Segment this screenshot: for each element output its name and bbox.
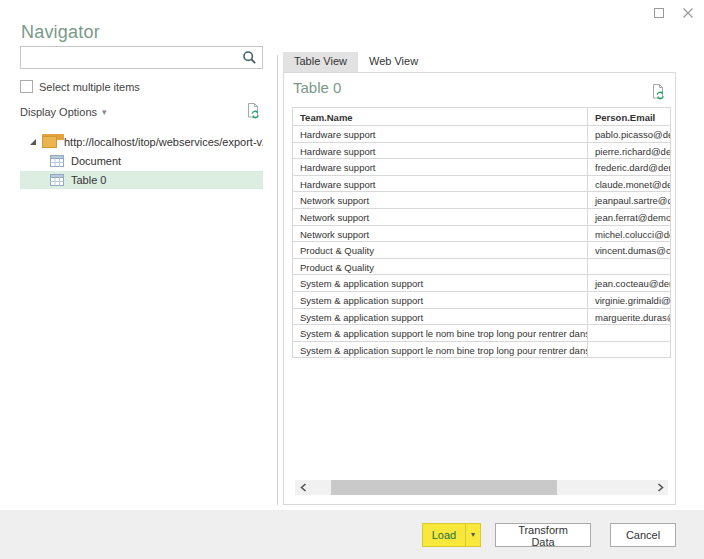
refresh-icon[interactable] xyxy=(245,102,261,123)
search-icon[interactable] xyxy=(242,50,257,65)
preview-panel: Table 0 Team.Name Person.Email Hardware … xyxy=(283,72,676,505)
display-options-row: Display Options ▾ xyxy=(20,103,263,121)
scrollbar-thumb[interactable] xyxy=(331,480,556,495)
cell-person-email xyxy=(588,259,670,275)
preview-table-title: Table 0 xyxy=(293,79,341,96)
cell-person-email xyxy=(588,325,670,341)
cell-team-name: System & application support xyxy=(293,292,588,308)
cell-team-name: Product & Quality xyxy=(293,242,588,258)
search-input[interactable] xyxy=(21,47,262,68)
chevron-down-icon: ▾ xyxy=(102,107,107,117)
load-split-button: Load ▾ xyxy=(422,523,481,547)
scroll-left-icon[interactable] xyxy=(295,480,311,495)
cancel-button[interactable]: Cancel xyxy=(610,523,676,547)
folder-icon xyxy=(42,136,57,148)
load-dropdown-arrow[interactable]: ▾ xyxy=(466,523,481,547)
table-row: Hardware supportclaude.monet@demo xyxy=(292,176,671,193)
page-title: Navigator xyxy=(21,22,100,43)
source-url-label: http://localhost/itop/webservices/export… xyxy=(64,136,263,148)
navigator-dialog: Navigator Select multiple items Display … xyxy=(0,0,704,559)
cell-person-email: vincent.dumas@com xyxy=(588,242,670,258)
table-header-row: Team.Name Person.Email xyxy=(292,107,671,126)
source-tree: http://localhost/itop/webservices/export… xyxy=(20,133,263,189)
column-header-team-name: Team.Name xyxy=(293,108,588,125)
select-multiple-row[interactable]: Select multiple items xyxy=(20,79,263,94)
cell-team-name: System & application support le nom bine… xyxy=(293,325,588,341)
select-multiple-checkbox[interactable] xyxy=(20,80,33,93)
cell-team-name: Network support xyxy=(293,192,588,208)
table-row: System & application supportvirginie.gri… xyxy=(292,292,671,309)
cell-person-email: pablo.picasso@demo xyxy=(588,126,670,142)
table-row: Hardware supportpablo.picasso@demo xyxy=(292,126,671,143)
cell-person-email: marguerite.duras@d xyxy=(588,309,670,325)
tree-expander-icon[interactable] xyxy=(29,138,37,146)
table-row: System & application supportmarguerite.d… xyxy=(292,309,671,326)
table-icon xyxy=(50,155,64,167)
cell-team-name: Network support xyxy=(293,209,588,225)
cell-person-email: jean.cocteau@demo. xyxy=(588,275,670,291)
table-row: Product & Quality xyxy=(292,259,671,276)
display-options-dropdown[interactable]: Display Options xyxy=(20,106,97,118)
tree-root-source[interactable]: http://localhost/itop/webservices/export… xyxy=(20,133,263,151)
cell-person-email: jeanpaul.sartre@dem xyxy=(588,192,670,208)
horizontal-scrollbar[interactable] xyxy=(295,480,668,495)
cell-team-name: Hardware support xyxy=(293,143,588,159)
cell-team-name: System & application support le nom bine… xyxy=(293,342,588,358)
cell-person-email: virginie.grimaldi@de xyxy=(588,292,670,308)
maximize-icon xyxy=(654,8,664,18)
cell-team-name: Network support xyxy=(293,226,588,242)
navigator-left-pane: Select multiple items Display Options ▾ xyxy=(20,46,263,189)
table-row: System & application support le nom bine… xyxy=(292,325,671,342)
tab-web-view[interactable]: Web View xyxy=(358,52,429,72)
window-controls xyxy=(652,6,694,19)
dialog-footer: Load ▾ Transform Data Cancel xyxy=(0,510,704,559)
cell-person-email xyxy=(588,342,670,358)
column-header-person-email: Person.Email xyxy=(588,108,670,125)
cell-person-email: michel.colucci@demo xyxy=(588,226,670,242)
preview-table: Team.Name Person.Email Hardware supportp… xyxy=(292,107,671,358)
refresh-preview-icon[interactable] xyxy=(650,83,666,104)
cell-team-name: Hardware support xyxy=(293,176,588,192)
cell-team-name: Product & Quality xyxy=(293,259,588,275)
load-button[interactable]: Load xyxy=(422,523,466,547)
table-row: Network supportjean.ferrat@demo.co xyxy=(292,209,671,226)
maximize-button[interactable] xyxy=(652,6,665,19)
tree-item-label: Table 0 xyxy=(71,174,106,186)
tree-item-label: Document xyxy=(71,155,121,167)
select-multiple-label: Select multiple items xyxy=(39,81,140,93)
table-row: System & application support le nom bine… xyxy=(292,342,671,359)
table-row: Hardware supportpierre.richard@demo xyxy=(292,143,671,160)
cell-person-email: claude.monet@demo xyxy=(588,176,670,192)
close-button[interactable] xyxy=(681,6,694,19)
cell-team-name: System & application support xyxy=(293,275,588,291)
cell-person-email: frederic.dard@demo. xyxy=(588,159,670,175)
cell-person-email: pierre.richard@demo xyxy=(588,143,670,159)
preview-tabs: Table View Web View xyxy=(283,52,429,72)
pane-divider xyxy=(277,55,278,505)
table-row: System & application supportjean.cocteau… xyxy=(292,275,671,292)
tree-item-document[interactable]: Document xyxy=(20,152,263,170)
cell-team-name: Hardware support xyxy=(293,126,588,142)
scrollbar-track[interactable] xyxy=(311,480,652,495)
cell-person-email: jean.ferrat@demo.co xyxy=(588,209,670,225)
transform-data-button[interactable]: Transform Data xyxy=(495,523,591,547)
search-box xyxy=(20,46,263,69)
scroll-right-icon[interactable] xyxy=(652,480,668,495)
tab-table-view[interactable]: Table View xyxy=(283,52,358,72)
table-row: Network supportmichel.colucci@demo xyxy=(292,226,671,243)
table-body: Hardware supportpablo.picasso@demoHardwa… xyxy=(292,126,671,358)
table-row: Network supportjeanpaul.sartre@dem xyxy=(292,192,671,209)
tree-item-table-0[interactable]: Table 0 xyxy=(20,171,263,189)
preview-header: Table 0 xyxy=(284,73,675,107)
cell-team-name: System & application support xyxy=(293,309,588,325)
table-row: Hardware supportfrederic.dard@demo. xyxy=(292,159,671,176)
table-row: Product & Qualityvincent.dumas@com xyxy=(292,242,671,259)
cell-team-name: Hardware support xyxy=(293,159,588,175)
close-icon xyxy=(682,7,694,19)
table-icon xyxy=(50,174,64,186)
